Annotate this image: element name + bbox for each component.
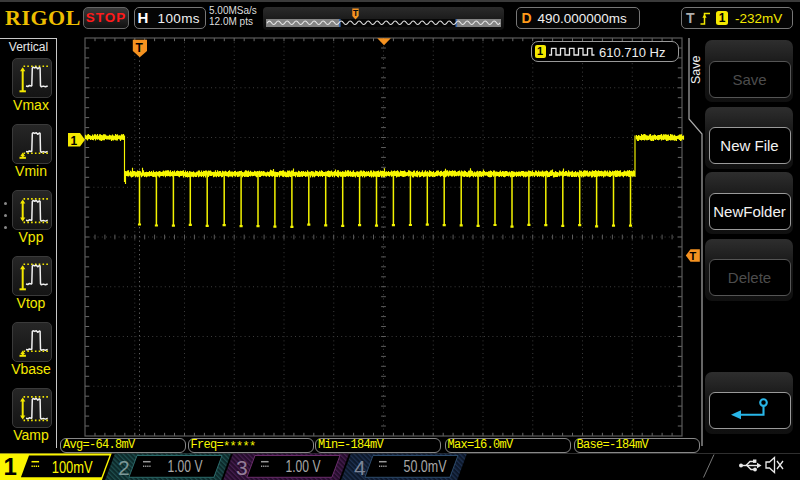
svg-text:1: 1 — [4, 453, 17, 480]
svg-text:3: 3 — [236, 456, 248, 479]
svg-text:4: 4 — [354, 456, 366, 479]
svg-text:1.00 V: 1.00 V — [168, 458, 203, 475]
svg-text:50.0mV: 50.0mV — [404, 458, 447, 475]
svg-text:100mV: 100mV — [52, 458, 93, 477]
svg-text:2: 2 — [118, 456, 130, 479]
svg-text:1.00 V: 1.00 V — [286, 458, 321, 475]
